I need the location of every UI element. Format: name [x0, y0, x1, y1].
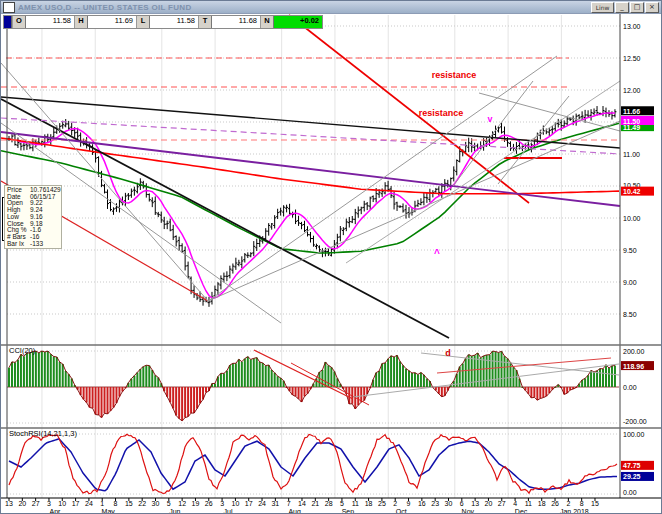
week-label: 6 — [460, 500, 464, 507]
cci-bar — [32, 352, 34, 387]
week-label: 27 — [32, 500, 40, 507]
chart-app-icon — [3, 2, 15, 13]
maximize-button[interactable]: □ — [630, 2, 644, 13]
cci-bar — [402, 365, 404, 387]
price-tick-label: 10.00 — [623, 215, 641, 222]
cci-bar — [17, 360, 19, 387]
week-label: 1 — [100, 500, 104, 507]
cci-bar — [584, 378, 586, 387]
cci-bar — [387, 359, 389, 387]
cci-bar — [256, 358, 258, 387]
month-label: Apr — [50, 508, 62, 514]
annotation-text: v — [487, 114, 492, 124]
month-label: Nov — [462, 508, 475, 514]
close-button[interactable]: × — [645, 2, 659, 13]
quote-label-low: L — [136, 16, 150, 28]
cci-bar — [384, 363, 386, 387]
cursor-info-panel: Price10.761429Date06/15/17Open9.22High9.… — [4, 185, 62, 249]
link-indicator[interactable] — [4, 16, 12, 28]
quote-label-open: O — [12, 16, 26, 28]
chart-canvas: 13.0012.5012.0011.0010.5010.009.509.008.… — [1, 14, 662, 514]
week-label: 3 — [47, 500, 51, 507]
info-row: Bar Ix-133 — [7, 241, 59, 248]
week-label: 17 — [245, 500, 253, 507]
cci-bar — [145, 365, 147, 387]
cci-bar — [265, 366, 267, 387]
cci-bar — [247, 357, 249, 387]
ma200-price-badge-text: 10.42 — [623, 188, 641, 195]
title-bar[interactable]: AMEX USO,D -- UNITED STATES OIL FUND Lin… — [1, 1, 661, 14]
week-label: 28 — [325, 500, 333, 507]
cci-bar — [196, 387, 198, 409]
cci-bar — [539, 387, 541, 399]
week-label: 13 — [5, 500, 13, 507]
cci-bar — [277, 376, 279, 387]
month-label: Aug — [288, 508, 301, 514]
week-label: 15 — [591, 500, 599, 507]
cci-bar — [56, 357, 58, 387]
annotation-texts: resistanceresistancev^d — [419, 70, 493, 358]
cci-bar — [542, 387, 544, 398]
quote-value-trade: 11.68 — [212, 16, 260, 28]
quote-value-high: 11.69 — [88, 16, 136, 28]
month-label: May — [102, 508, 116, 514]
cci-tick-label: 200.00 — [623, 348, 645, 355]
cci-bar — [169, 387, 171, 402]
cci-bar — [426, 379, 428, 387]
quote-label-high: H — [74, 16, 88, 28]
stoch-k-badge-text: 47.75 — [623, 462, 641, 469]
cci-bar — [241, 362, 243, 387]
annotation-text: resistance — [419, 108, 464, 118]
cci-bar — [411, 373, 413, 387]
price-tick-label: 11.00 — [623, 151, 640, 158]
cci-bar — [98, 387, 100, 415]
minimize-button[interactable]: _ — [615, 2, 629, 13]
trendline — [208, 121, 620, 301]
cci-bar — [8, 368, 10, 387]
stoch-panel-label: StochRSI(14,21,1,3) — [9, 429, 77, 438]
cci-bar — [399, 361, 401, 387]
quote-bar: O 11.58 H 11.69 L 11.58 T 11.68 N +0.02 — [3, 15, 323, 29]
toolbar-mini-button[interactable]: Linw — [591, 2, 614, 13]
cci-bar — [423, 375, 425, 387]
cci-bar — [95, 387, 97, 415]
cci-bar — [498, 352, 500, 387]
week-label: 23 — [431, 500, 439, 507]
cci-bar — [104, 387, 106, 413]
cci-bar — [148, 366, 150, 387]
price-tick-label: 9.50 — [623, 247, 637, 254]
cci-bar — [92, 387, 94, 408]
trendline — [291, 363, 369, 405]
trendlines — [1, 15, 620, 405]
cci-bar — [44, 352, 46, 387]
cci-bar — [229, 365, 231, 387]
cci-bar — [590, 370, 592, 387]
week-label: 12 — [178, 500, 186, 507]
week-label: 5 — [340, 500, 344, 507]
cci-bar — [480, 358, 482, 387]
stoch-d-badge-text: 29.25 — [623, 473, 641, 480]
month-label: Oct — [396, 508, 407, 514]
cci-bar — [53, 357, 55, 387]
week-label: 10 — [58, 500, 66, 507]
week-label: 2 — [566, 500, 570, 507]
cci-bar — [26, 353, 28, 387]
cci-bar — [295, 387, 297, 396]
cci-bar — [235, 363, 237, 387]
cci-bar — [193, 387, 195, 413]
cci-bar — [253, 358, 255, 387]
cci-bar — [393, 357, 395, 387]
cci-bar — [378, 371, 380, 387]
cci-bar — [274, 373, 276, 387]
cci-bar — [608, 368, 610, 387]
cci-bar — [89, 387, 91, 407]
cci-bar — [298, 387, 300, 399]
cci-bar — [268, 365, 270, 387]
cci-envelope-line — [9, 351, 615, 421]
cci-bar — [244, 359, 246, 387]
cci-bar — [23, 356, 25, 387]
cci-bar — [142, 367, 144, 387]
stochrsi-lines — [9, 434, 617, 493]
cci-bar — [324, 362, 326, 387]
cci-bar — [107, 387, 109, 414]
